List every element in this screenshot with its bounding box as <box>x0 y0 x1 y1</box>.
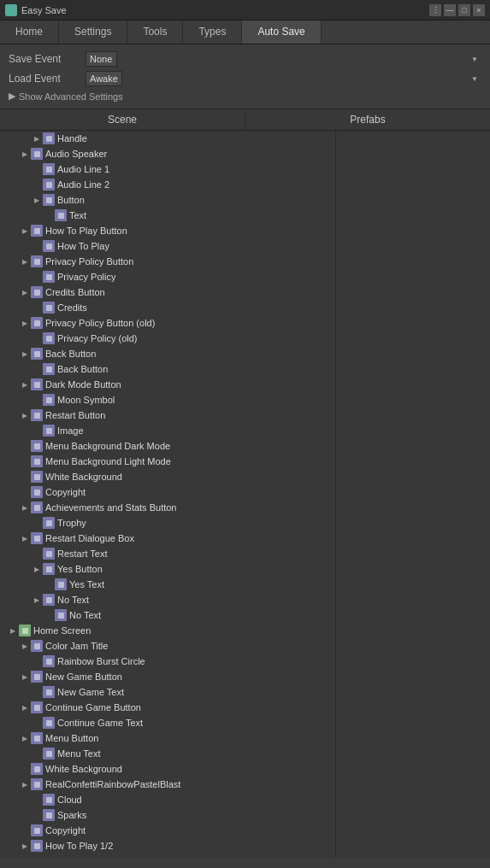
load-event-select[interactable]: Awake <box>86 71 122 86</box>
tree-item[interactable]: ▶Color Jam Title <box>0 638 335 654</box>
tree-arrow-icon[interactable]: ▶ <box>31 596 43 604</box>
tree-item[interactable]: ▶Back Button <box>0 346 335 361</box>
tab-settings[interactable]: Settings <box>59 21 127 44</box>
tab-types[interactable]: Types <box>183 21 242 44</box>
tree-item[interactable]: ▶Credits Button <box>0 284 335 300</box>
tree-item-label: Color Jam Title <box>45 641 108 651</box>
tree-item[interactable]: Moon Symbol <box>0 392 335 408</box>
tree-node-icon <box>31 378 43 390</box>
tree-item[interactable]: Privacy Policy (old) <box>0 331 335 346</box>
tree-item[interactable]: Text <box>0 208 335 223</box>
tab-autosave[interactable]: Auto Save <box>242 21 321 44</box>
tree-item[interactable]: Yes Text <box>0 577 335 592</box>
tree-item[interactable]: Trophy <box>0 515 335 531</box>
tree-arrow-icon[interactable]: ▶ <box>31 135 43 143</box>
tree-arrow-icon[interactable]: ▶ <box>19 350 31 358</box>
tree-item[interactable]: Audio Line 2 <box>0 177 335 192</box>
tree-item-label: Rainbow Burst Circle <box>57 656 145 666</box>
tree-arrow-icon[interactable]: ▶ <box>19 673 31 681</box>
tree-item[interactable]: ▶Menu Button <box>0 730 335 746</box>
tree-node-icon <box>55 578 67 590</box>
tree-item[interactable]: Sparks <box>0 807 335 823</box>
tree-item[interactable]: ▶How To Play 1/2 <box>0 838 335 853</box>
tree-arrow-icon[interactable]: ▶ <box>19 227 31 235</box>
tree-arrow-icon[interactable]: ▶ <box>19 642 31 650</box>
tree-item[interactable]: ▶Privacy Policy Button (old) <box>0 315 335 331</box>
tree-item-label: Privacy Policy <box>57 272 115 282</box>
tree-item[interactable]: ▶Yes Button <box>0 561 335 577</box>
tab-bar: Home Settings Tools Types Auto Save <box>0 21 490 44</box>
tree-item[interactable]: ▶Dark Mode Button <box>0 377 335 392</box>
tree-item[interactable]: ▶Audio Speaker <box>0 146 335 161</box>
tree-arrow-icon[interactable]: ▶ <box>19 289 31 296</box>
tree-item[interactable]: ▶Privacy Policy Button <box>0 254 335 269</box>
tree-item[interactable]: Copyright <box>0 823 335 838</box>
tab-home[interactable]: Home <box>0 21 59 44</box>
advanced-settings-toggle[interactable]: ▶ Show Advanced Settings <box>9 91 481 102</box>
tree-item[interactable]: Rainbow Burst Circle <box>0 654 335 669</box>
tree-node-icon <box>43 517 55 529</box>
tree-item[interactable]: ▶Continue Game Button <box>0 700 335 715</box>
tree-item[interactable]: ▶Button <box>0 192 335 208</box>
tree-item-label: Audio Line 1 <box>57 164 109 174</box>
app-icon <box>5 4 17 16</box>
tree-node-icon <box>31 486 43 498</box>
tree-item[interactable]: Restart Text <box>0 546 335 561</box>
tree-arrow-icon[interactable]: ▶ <box>19 781 31 789</box>
tree-arrow-icon[interactable]: ▶ <box>19 535 31 542</box>
tree-arrow-icon[interactable]: ▶ <box>31 566 43 573</box>
tree-arrow-icon[interactable]: ▶ <box>19 412 31 419</box>
tree-item-label: Back Button <box>57 364 108 374</box>
tree-arrow-icon[interactable]: ▶ <box>19 320 31 327</box>
tree-item-label: Restart Dialogue Box <box>45 533 134 543</box>
tree-item[interactable]: ▶New Game Button <box>0 669 335 684</box>
tree-item[interactable]: Menu Background Dark Mode <box>0 438 335 454</box>
title-more-button[interactable]: ⋮ <box>429 4 441 16</box>
tab-tools[interactable]: Tools <box>127 21 183 44</box>
tree-item[interactable]: ▶Home Screen <box>0 623 335 638</box>
tree-item[interactable]: ▶Handle <box>0 131 335 146</box>
tree-item[interactable]: ▶No Text <box>0 592 335 607</box>
title-close-button[interactable]: × <box>473 4 485 16</box>
tree-item[interactable]: ▶Achievements and Stats Button <box>0 500 335 515</box>
tree-arrow-icon[interactable]: ▶ <box>19 504 31 512</box>
tree-item[interactable]: New Game Text <box>0 684 335 700</box>
tree-arrow-icon[interactable]: ▶ <box>19 842 31 850</box>
tree-node-icon <box>43 179 55 191</box>
tree-scene-list[interactable]: ▶Handle▶Audio SpeakerAudio Line 1Audio L… <box>0 131 336 858</box>
tree-arrow-icon[interactable]: ▶ <box>19 735 31 742</box>
tree-item[interactable]: Menu Background Light Mode <box>0 454 335 469</box>
tree-node-icon <box>43 594 55 606</box>
tree-item[interactable]: ▶Restart Dialogue Box <box>0 531 335 546</box>
title-minimize-button[interactable]: — <box>444 4 456 16</box>
tree-item-label: Yes Text <box>69 579 104 589</box>
tree-arrow-icon[interactable]: ▶ <box>31 196 43 204</box>
tree-item[interactable]: Credits <box>0 300 335 315</box>
tree-item[interactable]: Menu Text <box>0 746 335 761</box>
tree-item-label: Audio Line 2 <box>57 179 109 190</box>
tree-item[interactable]: White Background <box>0 469 335 484</box>
tree-item[interactable]: Back Button <box>0 361 335 377</box>
tree-item-label: No Text <box>57 595 89 605</box>
tree-item[interactable]: ▶RealConfettiRainbowPastelBlast <box>0 777 335 792</box>
tree-item[interactable]: Copyright <box>0 484 335 500</box>
tree-item-label: Privacy Policy Button <box>45 256 133 267</box>
tree-item[interactable]: No Text <box>0 607 335 623</box>
tree-item[interactable]: Image <box>0 423 335 438</box>
tree-arrow-icon[interactable]: ▶ <box>19 150 31 158</box>
save-event-select[interactable]: None <box>86 51 117 67</box>
tree-item[interactable]: Continue Game Text <box>0 715 335 730</box>
tree-item[interactable]: Privacy Policy <box>0 269 335 284</box>
tree-item-label: Continue Game Button <box>45 702 141 713</box>
tree-item[interactable]: Cloud <box>0 792 335 807</box>
tree-item[interactable]: Audio Line 1 <box>0 161 335 177</box>
tree-item[interactable]: White Background <box>0 761 335 777</box>
tree-arrow-icon[interactable]: ▶ <box>7 627 19 635</box>
title-restore-button[interactable]: □ <box>458 4 470 16</box>
tree-item[interactable]: How To Play <box>0 238 335 254</box>
tree-item[interactable]: ▶How To Play Button <box>0 223 335 238</box>
tree-arrow-icon[interactable]: ▶ <box>19 704 31 712</box>
tree-item[interactable]: ▶Restart Button <box>0 408 335 423</box>
tree-arrow-icon[interactable]: ▶ <box>19 258 31 266</box>
tree-arrow-icon[interactable]: ▶ <box>19 381 31 389</box>
